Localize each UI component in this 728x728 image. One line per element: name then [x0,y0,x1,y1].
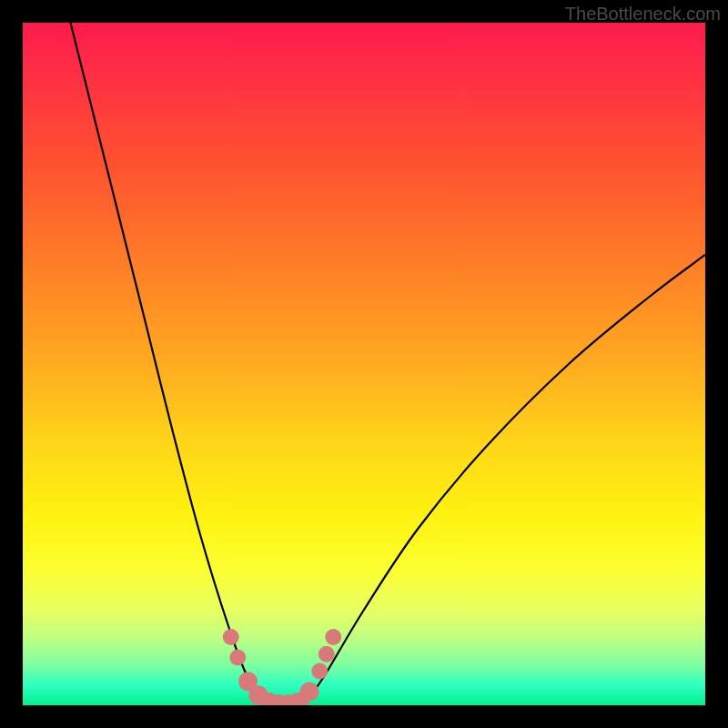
data-marker [318,646,335,662]
marker-layer [223,629,342,705]
data-marker [229,650,246,666]
data-marker [300,682,319,702]
curve-layer [71,23,706,705]
chart-svg [23,23,705,705]
right-curve [303,255,706,705]
data-marker [325,629,341,645]
left-curve [71,23,269,705]
data-marker [311,663,328,680]
watermark-text: TheBottleneck.com [565,4,721,25]
data-marker [223,629,239,645]
